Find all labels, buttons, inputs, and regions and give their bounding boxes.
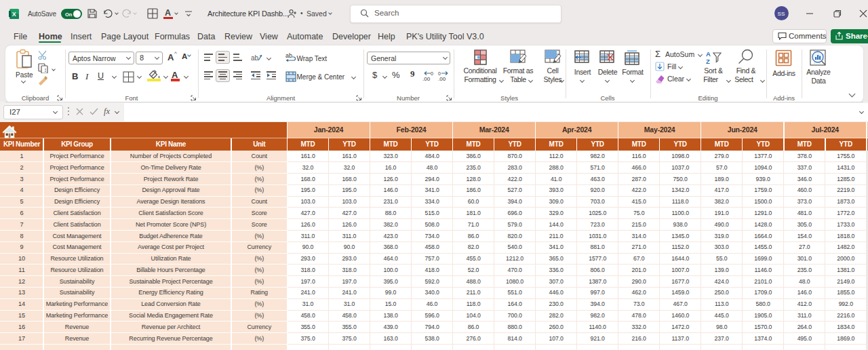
svg-text:ab: ab [285, 52, 292, 59]
svg-text:Z: Z [706, 58, 710, 65]
svg-text:A: A [706, 50, 711, 58]
svg-text:X: X [12, 11, 16, 18]
svg-text:.00: .00 [438, 76, 446, 82]
svg-text:0: 0 [438, 71, 441, 76]
svg-text:.00: .00 [422, 76, 431, 82]
svg-text:0: 0 [431, 71, 433, 76]
svg-text:ab: ab [251, 54, 259, 62]
